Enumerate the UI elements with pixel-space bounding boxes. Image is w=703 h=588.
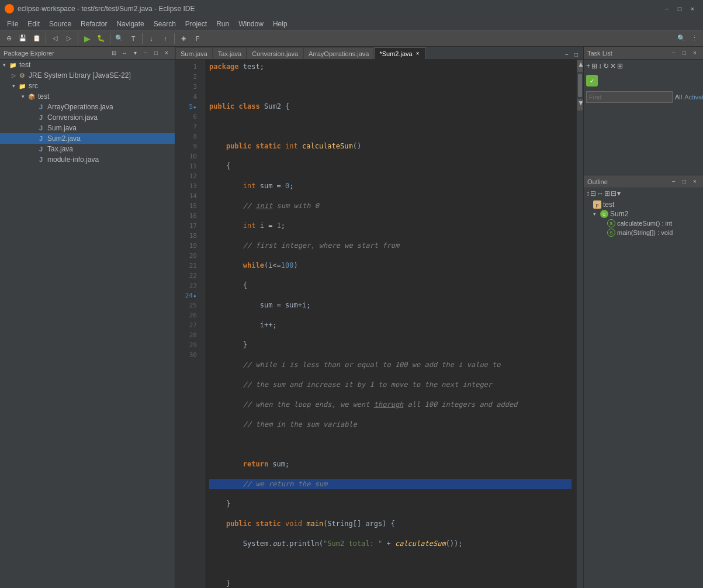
outline-item-test[interactable]: p test xyxy=(584,200,703,209)
tree-item-conversion[interactable]: J Conversion.java xyxy=(0,112,175,123)
tree-item-tax[interactable]: J Tax.java xyxy=(0,144,175,154)
outline-menu-icon[interactable]: ▾ xyxy=(617,189,621,198)
menu-project[interactable]: Project xyxy=(181,19,212,29)
last-edit-location[interactable]: ◈ xyxy=(177,32,190,45)
menu-file[interactable]: File xyxy=(2,19,23,29)
task-minimize-icon[interactable]: − xyxy=(669,49,678,58)
eclipse-icon xyxy=(5,4,14,13)
outline-expand-icon[interactable]: ⊟ xyxy=(611,189,617,198)
outline-maximize-icon[interactable]: □ xyxy=(680,177,689,186)
java-file-icon-6: J xyxy=(36,155,46,164)
outline-link-icon[interactable]: ↔ xyxy=(597,189,604,198)
find-bar: All Activate... xyxy=(584,89,703,105)
line-num-20: 20 xyxy=(175,251,199,261)
menu-run[interactable]: Run xyxy=(212,19,234,29)
code-area[interactable]: package test; public class Sum2 { public… xyxy=(205,60,576,588)
outline-collapse-icon[interactable]: ⊞ xyxy=(604,189,610,198)
task-maximize-icon[interactable]: □ xyxy=(680,49,689,58)
tab-minimize-button[interactable]: − xyxy=(562,50,572,59)
pkg-explorer-menu[interactable]: ▾ xyxy=(130,49,140,58)
line-num-26: 26 xyxy=(175,310,199,320)
project-icon: 📁 xyxy=(8,60,18,70)
outline-item-sum2[interactable]: ▾ C Sum2 xyxy=(584,209,703,219)
tree-item-array-ops[interactable]: J ArrayOperations.java xyxy=(0,102,175,112)
editors-and-right: Package Explorer ⊟ ↔ ▾ − □ × ▾ 📁 test xyxy=(0,47,703,588)
prev-annotation[interactable]: ↑ xyxy=(159,32,172,45)
task-refresh-icon[interactable]: ↻ xyxy=(603,62,609,70)
forward-button[interactable]: ▷ xyxy=(63,32,75,45)
task-new-icon[interactable]: + xyxy=(586,62,590,70)
find-input[interactable] xyxy=(586,91,673,103)
outline-close-icon[interactable]: × xyxy=(690,177,699,186)
menu-edit[interactable]: Edit xyxy=(23,19,44,29)
menu-window[interactable]: Window xyxy=(234,19,268,29)
src-arrow: ▾ xyxy=(9,83,18,89)
tab-array-ops-java[interactable]: ArrayOperations.java xyxy=(303,47,374,59)
next-annotation[interactable]: ↓ xyxy=(145,32,158,45)
maximize-button[interactable]: □ xyxy=(674,3,685,15)
tab-conversion-java[interactable]: Conversion.java xyxy=(247,47,303,59)
search-toolbar-button[interactable]: 🔍 xyxy=(675,32,688,45)
pkg-icon: 📦 xyxy=(27,92,36,101)
close-button[interactable]: × xyxy=(687,3,698,15)
task-list-toolbar: + ⊞ ↕ ↻ ✕ ⊞ xyxy=(584,60,703,72)
open-type-button[interactable]: T xyxy=(127,32,140,45)
outline-method-icon-2: S xyxy=(607,229,615,237)
outline-filter-icon[interactable]: ⊟ xyxy=(590,189,596,198)
outline-method-icon-1: S xyxy=(607,219,615,227)
code-line-17: // the sum and increase it by 1 to move … xyxy=(209,380,572,390)
tab-maximize-button[interactable]: □ xyxy=(572,50,581,59)
save-all-button[interactable]: 📋 xyxy=(30,32,43,45)
search-button[interactable]: 🔍 xyxy=(113,32,126,45)
code-editor[interactable]: 1 2 3 4 5⬥ 6 7 8 9 10 11 12 13 14 15 16 xyxy=(175,60,583,588)
link-with-editor-icon[interactable]: ↔ xyxy=(120,49,129,58)
new-button[interactable]: ⊕ xyxy=(2,32,15,45)
run-button[interactable]: ▶ xyxy=(81,32,93,45)
code-line-11: while(i<=100) xyxy=(209,261,572,271)
tree-item-jre[interactable]: ▷ ⚙ JRE System Library [JavaSE-22] xyxy=(0,70,175,81)
close-panel-icon[interactable]: × xyxy=(162,49,171,58)
tab-tax-java[interactable]: Tax.java xyxy=(213,47,247,59)
tree-item-sum2[interactable]: J Sum2.java xyxy=(0,133,175,144)
scrollbar-thumb[interactable] xyxy=(578,74,582,97)
menu-source[interactable]: Source xyxy=(44,19,76,29)
menu-help[interactable]: Help xyxy=(268,19,292,29)
tab-sum-java[interactable]: Sum.java xyxy=(175,47,213,59)
task-delete-icon[interactable]: ✕ xyxy=(610,62,616,70)
task-expand-icon[interactable]: ⊞ xyxy=(617,62,623,70)
minimize-panel-icon[interactable]: − xyxy=(141,49,150,58)
tree-item-src[interactable]: ▾ 📁 src xyxy=(0,81,175,91)
menu-refactor[interactable]: Refactor xyxy=(76,19,112,29)
task-close-icon[interactable]: × xyxy=(690,49,699,58)
code-line-18: // when the loop ends, we went thorugh a… xyxy=(209,400,572,410)
collapse-all-icon[interactable]: ⊟ xyxy=(109,49,119,58)
open-declarations[interactable]: F xyxy=(191,32,204,45)
tree-item-sum[interactable]: J Sum.java xyxy=(0,123,175,133)
tree-item-module-info[interactable]: J module-info.java xyxy=(0,154,175,165)
tab-close-sum2[interactable]: × xyxy=(415,50,421,57)
tree-item-test-pkg[interactable]: ▾ 📦 test xyxy=(0,91,175,102)
save-button[interactable]: 💾 xyxy=(16,32,29,45)
tab-sum2-java[interactable]: *Sum2.java × xyxy=(374,47,425,59)
menu-navigate[interactable]: Navigate xyxy=(112,19,148,29)
outline-minimize-icon[interactable]: − xyxy=(669,177,678,186)
task-sort-icon[interactable]: ↕ xyxy=(598,62,602,70)
outline-class-icon: C xyxy=(600,210,608,218)
outline-item-calculatesum[interactable]: S calculateSum() : int xyxy=(584,219,703,228)
line-num-28: 28 xyxy=(175,330,199,340)
scrollbar-up-arrow[interactable]: ▲ xyxy=(577,60,583,72)
toolbar-options[interactable]: ⋮ xyxy=(688,32,701,45)
back-button[interactable]: ◁ xyxy=(49,32,61,45)
task-filter-icon[interactable]: ⊞ xyxy=(591,62,597,70)
tree-item-test-project[interactable]: ▾ 📁 test xyxy=(0,60,175,70)
outline-item-main[interactable]: S main(String[]) : void xyxy=(584,228,703,237)
editor-scrollbar[interactable]: ▲ ▼ xyxy=(576,60,583,588)
debug-button[interactable]: 🐛 xyxy=(95,32,108,45)
minimize-button[interactable]: − xyxy=(661,3,673,15)
outline-sort-icon[interactable]: ↕ xyxy=(586,189,590,198)
activate-label[interactable]: Activate... xyxy=(684,94,703,101)
expand-arrow: ▾ xyxy=(0,62,8,68)
scrollbar-down-arrow[interactable]: ▼ xyxy=(577,99,583,110)
menu-search[interactable]: Search xyxy=(149,19,181,29)
maximize-panel-icon[interactable]: □ xyxy=(151,49,161,58)
